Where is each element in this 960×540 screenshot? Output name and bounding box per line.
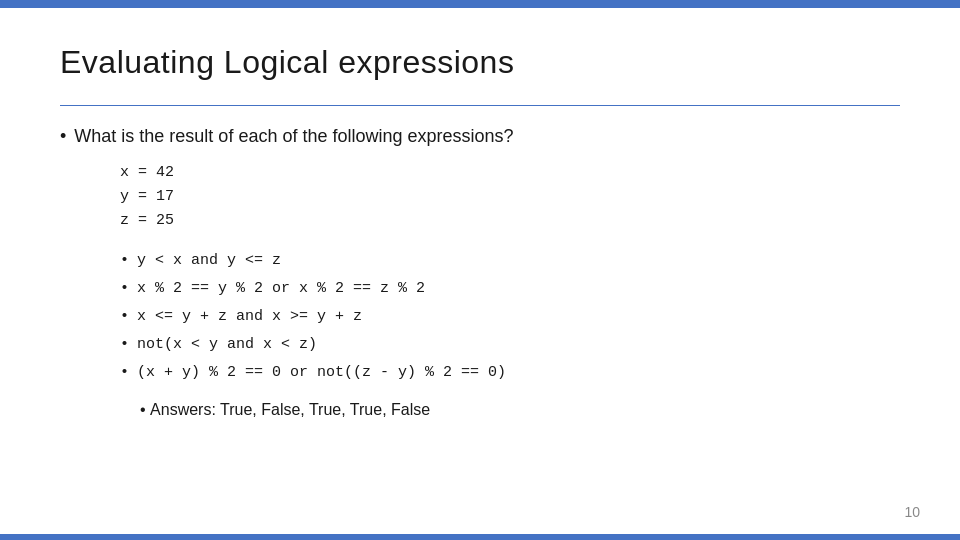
sub-bullet-dot-2: • — [120, 305, 129, 329]
sub-bullet-text-4: (x + y) % 2 == 0 or not((z - y) % 2 == 0… — [137, 361, 506, 385]
answer-section: • Answers: True, False, True, True, Fals… — [140, 401, 900, 419]
sub-bullet-4: • (x + y) % 2 == 0 or not((z - y) % 2 ==… — [120, 361, 900, 385]
top-bar — [0, 0, 960, 8]
slide-content: Evaluating Logical expressions • What is… — [0, 8, 960, 449]
sub-bullet-text-3: not(x < y and x < z) — [137, 333, 317, 357]
bullet-dot: • — [60, 126, 66, 147]
sub-bullet-text-2: x <= y + z and x >= y + z — [137, 305, 362, 329]
code-line-2: y = 17 — [120, 185, 900, 209]
answer-bullet-dot: • — [140, 401, 146, 419]
sub-bullet-text-1: x % 2 == y % 2 or x % 2 == z % 2 — [137, 277, 425, 301]
divider-line — [60, 105, 900, 106]
sub-bullet-1: • x % 2 == y % 2 or x % 2 == z % 2 — [120, 277, 900, 301]
code-line-3: z = 25 — [120, 209, 900, 233]
code-block: x = 42 y = 17 z = 25 — [120, 161, 900, 233]
answer-label: Answers: True, False, True, True, False — [150, 401, 430, 419]
sub-bullet-text-0: y < x and y <= z — [137, 249, 281, 273]
sub-bullet-dot-3: • — [120, 333, 129, 357]
sub-bullet-0: • y < x and y <= z — [120, 249, 900, 273]
sub-bullet-dot-4: • — [120, 361, 129, 385]
sub-bullet-3: • not(x < y and x < z) — [120, 333, 900, 357]
main-bullet: • What is the result of each of the foll… — [60, 126, 900, 147]
answer-text: • Answers: True, False, True, True, Fals… — [140, 401, 900, 419]
code-line-1: x = 42 — [120, 161, 900, 185]
page-number: 10 — [904, 504, 920, 520]
sub-bullet-2: • x <= y + z and x >= y + z — [120, 305, 900, 329]
slide-title: Evaluating Logical expressions — [60, 44, 900, 81]
bottom-bar — [0, 534, 960, 540]
sub-bullet-dot-1: • — [120, 277, 129, 301]
sub-bullet-dot-0: • — [120, 249, 129, 273]
sub-bullets: • y < x and y <= z • x % 2 == y % 2 or x… — [120, 249, 900, 385]
main-bullet-text: What is the result of each of the follow… — [74, 126, 513, 147]
